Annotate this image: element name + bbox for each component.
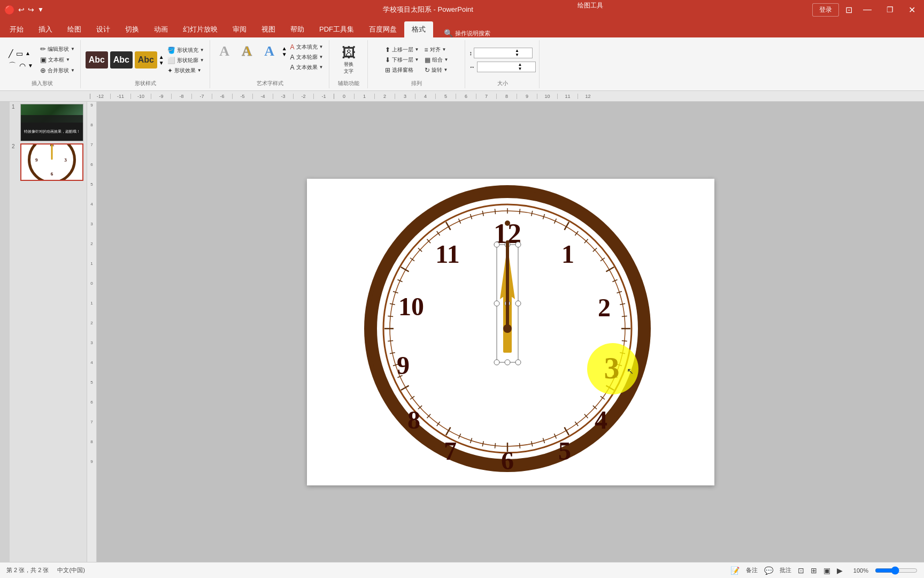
more-shapes-arrow2[interactable]: ▼ <box>28 63 33 69</box>
tab-insert[interactable]: 插入 <box>31 21 60 37</box>
height-down[interactable]: ▼ <box>515 53 519 57</box>
slide-canvas[interactable]: 12 1 2 3 ↖ 4 5 6 7 <box>307 179 714 485</box>
style-btn-3[interactable]: Abc <box>135 51 157 69</box>
tab-baidu[interactable]: 百度网盘 <box>361 21 404 37</box>
slide-num-1: 1 <box>12 104 18 110</box>
shape-fill-btn[interactable]: 🪣 形状填充 ▼ <box>165 45 206 55</box>
replace-icon: 🖼 <box>342 44 356 61</box>
art-down-arrow[interactable]: ▼ <box>282 51 287 57</box>
canvas-area[interactable]: 12 1 2 3 ↖ 4 5 6 7 <box>97 102 924 562</box>
effect-arrow[interactable]: ▼ <box>197 68 202 73</box>
search-label[interactable]: 操作说明搜索 <box>455 29 490 37</box>
tab-view[interactable]: 视图 <box>254 21 283 37</box>
move-up-btn[interactable]: ⬆ 上移一层 ▼ <box>383 45 421 55</box>
arrange-content: ⬆ 上移一层 ▼ ⬇ 下移一层 ▼ ⊞ 选择窗格 <box>383 41 451 79</box>
textbox-arrow[interactable]: ▼ <box>66 57 70 62</box>
tab-animation[interactable]: 动画 <box>147 21 175 37</box>
align-arrow[interactable]: ▼ <box>442 47 446 52</box>
style-btn-2[interactable]: Abc <box>110 51 133 69</box>
redo-icon[interactable]: ↪ <box>28 5 34 14</box>
tab-home[interactable]: 开始 <box>2 21 31 37</box>
text-fill-arrow[interactable]: ▼ <box>319 44 324 49</box>
align-btn[interactable]: ≡ 对齐 ▼ <box>422 45 451 55</box>
curve-tool[interactable]: ⌒ <box>7 60 17 72</box>
shape-effect-btn[interactable]: ✦ 形状效果 ▼ <box>165 66 206 75</box>
slide-thumb-1[interactable]: 1 特效像针对的动画效果，超酷哦！ <box>2 104 84 141</box>
zoom-slider[interactable] <box>875 566 918 575</box>
merge-arrow[interactable]: ▼ <box>71 68 75 73</box>
comments-icon[interactable]: 💬 <box>764 566 773 575</box>
close-button[interactable]: ✕ <box>904 5 920 15</box>
move-down-btn[interactable]: ⬇ 下移一层 ▼ <box>383 55 421 65</box>
reading-view-icon[interactable]: ▣ <box>823 566 830 575</box>
select-pane-btn[interactable]: ⊞ 选择窗格 <box>383 65 421 75</box>
edit-shape-btn[interactable]: ✏ 编辑形状 ▼ <box>38 44 77 54</box>
group-arrow[interactable]: ▼ <box>444 57 449 62</box>
minimize-button[interactable]: — <box>859 5 876 14</box>
tab-review[interactable]: 审阅 <box>225 21 254 37</box>
styles-up-arrow[interactable]: ▲ <box>159 54 164 60</box>
text-box-btn[interactable]: ▣ 文本框 ▼ <box>38 55 77 65</box>
login-button[interactable]: 登录 <box>812 3 839 17</box>
width-input[interactable]: 1.22 厘米 <box>480 64 517 70</box>
text-outline-arrow[interactable]: ▼ <box>319 55 324 59</box>
tab-draw[interactable]: 绘图 <box>60 21 89 37</box>
arrange-col2: ≡ 对齐 ▼ ▦ 组合 ▼ ↻ 旋转 ▼ <box>422 45 451 75</box>
slide-img-2[interactable]: 12 3 6 9 <box>20 143 83 181</box>
rotate-btn[interactable]: ↻ 旋转 ▼ <box>422 65 451 75</box>
notes-label[interactable]: 备注 <box>746 566 758 574</box>
rotate-arrow[interactable]: ▼ <box>444 67 448 72</box>
art-a-gray[interactable]: A <box>214 41 235 62</box>
height-input[interactable]: 8.4 厘米 <box>476 50 514 56</box>
quick-access[interactable]: ↩ <box>18 5 25 14</box>
width-down[interactable]: ▼ <box>518 67 522 71</box>
v-mark-9: 9 <box>90 103 93 108</box>
styles-down-arrow[interactable]: ▼ <box>159 60 164 66</box>
tab-format[interactable]: 格式 <box>404 21 433 37</box>
search-icon[interactable]: 🔍 <box>444 29 453 37</box>
notes-icon[interactable]: 📝 <box>730 566 740 575</box>
num-2: 2 <box>598 293 611 322</box>
art-up-arrow[interactable]: ▲ <box>282 45 287 51</box>
move-up-arrow[interactable]: ▼ <box>415 47 419 52</box>
text-effect-arrow[interactable]: ▼ <box>319 65 324 70</box>
merge-shapes-btn[interactable]: ⊕ 合并形状 ▼ <box>38 65 77 75</box>
tab-design[interactable]: 设计 <box>89 21 118 37</box>
shape-outline-btn[interactable]: ⬜ 形状轮廓 ▼ <box>165 56 206 65</box>
fill-arrow[interactable]: ▼ <box>200 48 204 52</box>
tab-help[interactable]: 帮助 <box>283 21 312 37</box>
text-outline-btn[interactable]: A 文本轮廓 ▼ <box>288 52 326 62</box>
slide-thumb-2[interactable]: 2 12 3 6 9 <box>2 143 84 181</box>
text-fill-btn[interactable]: A 文本填充 ▼ <box>288 42 326 52</box>
rect-tool[interactable]: ▭ <box>15 48 24 59</box>
edit-shape-arrow[interactable]: ▼ <box>71 47 75 51</box>
comments-label[interactable]: 批注 <box>780 566 791 574</box>
restore-button[interactable]: ❐ <box>882 5 898 14</box>
display-mode-icon[interactable]: ⊡ <box>845 5 852 15</box>
slide-sorter-icon[interactable]: ⊞ <box>811 566 817 575</box>
replace-text-btn[interactable]: 🖼 替换文字 <box>338 42 359 77</box>
normal-view-icon[interactable]: ⊡ <box>798 566 804 575</box>
arc-tool[interactable]: ◠ <box>18 60 27 71</box>
slide-img-1[interactable]: 特效像针对的动画效果，超酷哦！ <box>20 104 83 141</box>
customize-icon[interactable]: ▼ <box>37 6 44 13</box>
slideshow-icon[interactable]: ▶ <box>837 566 843 575</box>
tab-transition[interactable]: 切换 <box>118 21 147 37</box>
more-shapes-arrow[interactable]: ▲ <box>25 50 30 56</box>
clock-svg: 12 1 2 3 ↖ 4 5 6 7 <box>360 181 654 476</box>
clock-container[interactable]: 12 1 2 3 ↖ 4 5 6 7 <box>360 181 654 476</box>
drawing-tools-label-title: 绘图工具 <box>572 0 609 11</box>
group-btn[interactable]: ▦ 组合 ▼ <box>422 55 451 65</box>
style-btn-1[interactable]: Abc <box>86 51 108 69</box>
height-spin[interactable]: ▲ ▼ <box>515 49 519 57</box>
art-a-gold[interactable]: A <box>237 41 257 62</box>
art-a-blue[interactable]: A <box>259 41 280 62</box>
tab-slideshow[interactable]: 幻灯片放映 <box>175 21 225 37</box>
width-spin[interactable]: ▲ ▼ <box>518 63 522 71</box>
line-tool[interactable]: ╱ <box>7 48 14 59</box>
text-fill-icon: A <box>290 43 295 51</box>
tab-pdf[interactable]: PDF工具集 <box>312 21 361 37</box>
move-down-arrow[interactable]: ▼ <box>415 57 419 62</box>
outline-arrow[interactable]: ▼ <box>200 58 204 63</box>
text-effect-btn[interactable]: A 文本效果 ▼ <box>288 63 326 72</box>
